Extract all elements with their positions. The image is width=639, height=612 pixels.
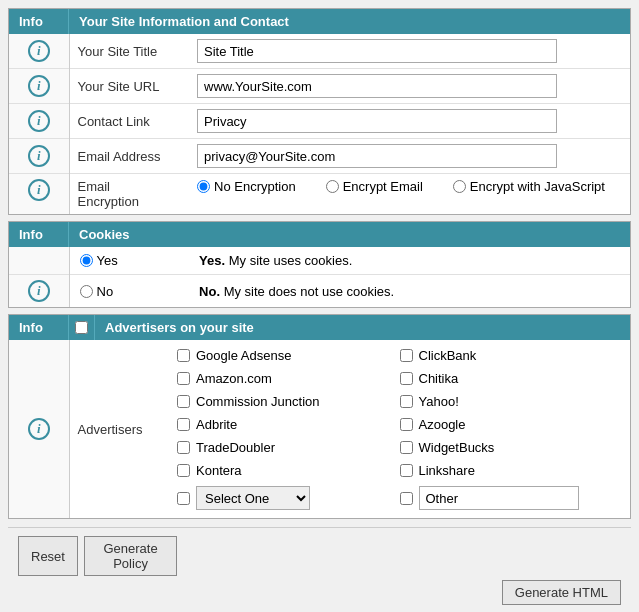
enc-none-radio[interactable] bbox=[197, 180, 210, 193]
ad-tradedoubler-label[interactable]: TradeDoubler bbox=[196, 440, 275, 455]
ad-adsense-label[interactable]: Google Adsense bbox=[196, 348, 291, 363]
cookies-no-radio[interactable] bbox=[80, 285, 93, 298]
info-icon-cell: i bbox=[9, 104, 69, 139]
bottom-row-2: Generate HTML bbox=[8, 580, 631, 612]
field-label: Email Address bbox=[69, 139, 189, 174]
cookies-yes-cell: Yes bbox=[69, 247, 191, 275]
advertisers-header: Info Advertisers on your site bbox=[9, 315, 630, 340]
table-row: i No No. My site does not use cookies. bbox=[9, 275, 630, 308]
cookies-header-title: Cookies bbox=[69, 222, 630, 247]
cookies-table: Yes Yes. My site uses cookies. i No bbox=[9, 247, 630, 307]
advertisers-header-checkbox[interactable] bbox=[75, 321, 88, 334]
info-icon: i bbox=[28, 280, 50, 302]
info-icon: i bbox=[28, 418, 50, 440]
ad-item: Adbrite bbox=[177, 413, 400, 436]
ad-adbrite-checkbox[interactable] bbox=[177, 418, 190, 431]
ad-adbrite-label[interactable]: Adbrite bbox=[196, 417, 237, 432]
info-icon-cell: i bbox=[9, 34, 69, 69]
ad-item: Kontera bbox=[177, 459, 400, 482]
site-info-section: Info Your Site Information and Contact i… bbox=[8, 8, 631, 215]
cookies-section: Info Cookies Yes Yes. My site uses cooki… bbox=[8, 221, 631, 308]
ad-item: Chitika bbox=[400, 367, 623, 390]
info-icon: i bbox=[28, 145, 50, 167]
cookies-yes-radio[interactable] bbox=[80, 254, 93, 267]
contact-link-input[interactable] bbox=[197, 109, 557, 133]
advertisers-header-checkbox-cell bbox=[69, 315, 95, 340]
ad-cj-checkbox[interactable] bbox=[177, 395, 190, 408]
ad-adsense-checkbox[interactable] bbox=[177, 349, 190, 362]
advertisers-section: Info Advertisers on your site i Advertis… bbox=[8, 314, 631, 519]
generate-html-button[interactable]: Generate HTML bbox=[502, 580, 621, 605]
ad-widgetbucks-checkbox[interactable] bbox=[400, 441, 413, 454]
ad-kontera-checkbox[interactable] bbox=[177, 464, 190, 477]
enc-email-radio[interactable] bbox=[326, 180, 339, 193]
ad-select-dropdown[interactable]: Select One AdSense Other Network bbox=[196, 486, 310, 510]
cookies-header-info: Info bbox=[9, 222, 69, 247]
ad-amazon-label[interactable]: Amazon.com bbox=[196, 371, 272, 386]
ad-select-checkbox[interactable] bbox=[177, 492, 190, 505]
field-label: Contact Link bbox=[69, 104, 189, 139]
enc-none-label[interactable]: No Encryption bbox=[197, 179, 296, 194]
site-title-input[interactable] bbox=[197, 39, 557, 63]
ad-azoogle-label[interactable]: Azoogle bbox=[419, 417, 466, 432]
table-row: i Your Site URL bbox=[9, 69, 630, 104]
ad-clickbank-label[interactable]: ClickBank bbox=[419, 348, 477, 363]
info-icon: i bbox=[28, 75, 50, 97]
info-icon-cell: i bbox=[9, 139, 69, 174]
ad-other-checkbox[interactable] bbox=[400, 492, 413, 505]
ad-amazon-checkbox[interactable] bbox=[177, 372, 190, 385]
table-row: i Your Site Title bbox=[9, 34, 630, 69]
ad-widgetbucks-label[interactable]: WidgetBucks bbox=[419, 440, 495, 455]
ad-item: Linkshare bbox=[400, 459, 623, 482]
cookies-yes-label[interactable]: Yes bbox=[80, 253, 182, 268]
info-icon-cell: i bbox=[9, 275, 69, 308]
cookies-yes-desc: Yes. My site uses cookies. bbox=[191, 247, 630, 275]
advertisers-header-title: Advertisers on your site bbox=[95, 315, 630, 340]
ad-linkshare-label[interactable]: Linkshare bbox=[419, 463, 475, 478]
field-value bbox=[189, 34, 630, 69]
info-icon: i bbox=[28, 110, 50, 132]
ad-tradedoubler-checkbox[interactable] bbox=[177, 441, 190, 454]
advertisers-row: i Advertisers Google Adsense Amazon.com bbox=[9, 340, 630, 518]
ad-item: Google Adsense bbox=[177, 344, 400, 367]
email-address-input[interactable] bbox=[197, 144, 557, 168]
ad-item: TradeDoubler bbox=[177, 436, 400, 459]
info-icon: i bbox=[28, 179, 50, 201]
ad-select-item: Select One AdSense Other Network bbox=[177, 482, 400, 514]
table-row: i Email Address bbox=[9, 139, 630, 174]
ad-item: Azoogle bbox=[400, 413, 623, 436]
encryption-label: EmailEncryption bbox=[69, 174, 189, 215]
enc-js-label[interactable]: Encrypt with JavaScript bbox=[453, 179, 605, 194]
field-value bbox=[189, 69, 630, 104]
enc-js-radio[interactable] bbox=[453, 180, 466, 193]
cookies-no-label[interactable]: No bbox=[80, 284, 182, 299]
info-icon-cell bbox=[9, 247, 69, 275]
reset-button[interactable]: Reset bbox=[18, 536, 78, 576]
ad-chitika-checkbox[interactable] bbox=[400, 372, 413, 385]
ad-kontera-label[interactable]: Kontera bbox=[196, 463, 242, 478]
info-icon-cell: i bbox=[9, 174, 69, 215]
ad-info-icon-cell: i bbox=[9, 340, 69, 518]
advertisers-label: Advertisers bbox=[69, 340, 169, 518]
ad-right-col: ClickBank Chitika Yahoo! bbox=[400, 344, 623, 514]
ad-cj-label[interactable]: Commission Junction bbox=[196, 394, 320, 409]
ad-other-item bbox=[400, 482, 623, 514]
field-label: Your Site URL bbox=[69, 69, 189, 104]
enc-email-label[interactable]: Encrypt Email bbox=[326, 179, 423, 194]
ad-azoogle-checkbox[interactable] bbox=[400, 418, 413, 431]
ad-linkshare-checkbox[interactable] bbox=[400, 464, 413, 477]
encryption-options: No Encryption Encrypt Email Encrypt with… bbox=[189, 174, 630, 215]
cookies-header: Info Cookies bbox=[9, 222, 630, 247]
field-value bbox=[189, 139, 630, 174]
ad-yahoo-label[interactable]: Yahoo! bbox=[419, 394, 459, 409]
ad-chitika-label[interactable]: Chitika bbox=[419, 371, 459, 386]
site-url-input[interactable] bbox=[197, 74, 557, 98]
ad-yahoo-checkbox[interactable] bbox=[400, 395, 413, 408]
ad-other-input[interactable] bbox=[419, 486, 579, 510]
ad-item: WidgetBucks bbox=[400, 436, 623, 459]
generate-policy-button[interactable]: Generate Policy bbox=[84, 536, 177, 576]
ad-clickbank-checkbox[interactable] bbox=[400, 349, 413, 362]
site-info-table: i Your Site Title i Your Site URL i bbox=[9, 34, 630, 214]
ad-item: Yahoo! bbox=[400, 390, 623, 413]
encryption-row: i EmailEncryption No Encryption Encrypt … bbox=[9, 174, 630, 215]
